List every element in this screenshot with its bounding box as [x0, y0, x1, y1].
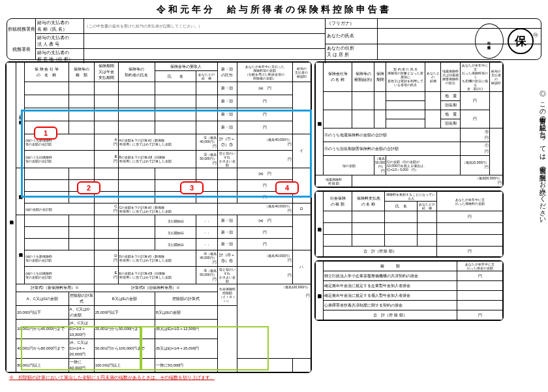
cell[interactable] — [118, 180, 155, 192]
shinkyu-cell[interactable]: 新・旧 — [217, 108, 237, 121]
cell[interactable] — [118, 215, 155, 227]
cell[interactable] — [94, 95, 118, 108]
confirm-cell[interactable] — [292, 82, 311, 134]
cell[interactable] — [68, 95, 94, 108]
cell[interactable] — [196, 95, 218, 108]
cell[interactable] — [374, 92, 386, 110]
cell[interactable] — [385, 211, 418, 223]
cell[interactable] — [437, 223, 503, 235]
cell[interactable] — [324, 110, 352, 128]
cell[interactable] — [68, 180, 94, 192]
j-type2[interactable]: 旧長期 — [441, 119, 461, 128]
cell[interactable] — [118, 95, 155, 108]
cell[interactable] — [418, 223, 437, 235]
seimei-total[interactable]: （最高120,000円）円 — [237, 284, 311, 359]
cell[interactable] — [385, 223, 418, 235]
cell[interactable] — [94, 192, 118, 204]
confirm-cell[interactable] — [292, 215, 311, 250]
shinkyu-cell[interactable]: 新・旧 — [217, 82, 237, 95]
cell[interactable] — [155, 82, 196, 95]
cell[interactable] — [196, 121, 218, 134]
cell[interactable] — [94, 227, 118, 239]
cell[interactable] — [457, 301, 503, 310]
cell[interactable] — [118, 121, 155, 134]
cell[interactable] — [324, 92, 352, 110]
cell[interactable] — [94, 168, 118, 180]
bb[interactable]: Ⓑ円 — [461, 128, 490, 142]
cell[interactable] — [25, 192, 68, 204]
cell[interactable]: （最高50,000円）円 — [374, 156, 386, 175]
kei1-val[interactable]: （最高40,000円）円 — [237, 134, 293, 151]
cell[interactable] — [94, 239, 118, 250]
cell[interactable] — [374, 110, 386, 128]
cell[interactable] — [386, 110, 425, 119]
j-type2[interactable]: 旧長期 — [441, 101, 461, 110]
cell[interactable] — [25, 108, 68, 121]
shinkyu-cell[interactable]: 新・旧 — [217, 227, 237, 239]
shinkyu-cell[interactable]: 新・旧 — [217, 239, 237, 250]
j-type1[interactable]: 地 震 — [441, 92, 461, 101]
cell[interactable] — [118, 168, 155, 180]
cell[interactable]: （最高15,000円）円 — [461, 156, 490, 175]
j-total[interactable]: （最高50,000円）円 — [352, 175, 503, 187]
cell[interactable] — [457, 291, 503, 301]
cell[interactable] — [68, 108, 94, 121]
cell[interactable] — [68, 227, 94, 239]
cell[interactable] — [155, 121, 196, 134]
cell[interactable] — [118, 192, 155, 204]
cell[interactable] — [352, 223, 385, 235]
payer-corpno-val[interactable] — [84, 34, 326, 48]
shinkyu-cell[interactable]: 新・旧 — [217, 121, 237, 134]
calc3-val[interactable]: （最高40,000円）円 — [217, 204, 292, 215]
cell[interactable] — [155, 192, 196, 204]
cell[interactable] — [352, 92, 374, 110]
cell[interactable] — [324, 223, 352, 235]
cc[interactable]: Ⓒ円 — [461, 142, 490, 156]
cell[interactable] — [68, 121, 94, 134]
cell[interactable] — [196, 192, 218, 204]
cell[interactable] — [324, 235, 352, 247]
cell[interactable] — [386, 101, 425, 110]
cell[interactable] — [68, 168, 94, 180]
cell[interactable] — [155, 168, 196, 180]
cell[interactable] — [94, 108, 118, 121]
confirm-cell[interactable] — [490, 92, 503, 128]
cell[interactable] — [118, 239, 155, 250]
cell[interactable] — [385, 235, 418, 247]
cell[interactable] — [94, 121, 118, 134]
cell[interactable] — [25, 95, 68, 108]
cell[interactable] — [25, 227, 68, 239]
cell[interactable] — [68, 192, 94, 204]
cell[interactable] — [118, 227, 155, 239]
cell[interactable] — [386, 92, 425, 101]
cell[interactable] — [25, 121, 68, 134]
cell[interactable] — [196, 82, 218, 95]
cell[interactable] — [94, 180, 118, 192]
cell[interactable] — [25, 82, 68, 95]
kei2-val[interactable]: 円 — [237, 151, 293, 168]
cell[interactable] — [68, 215, 94, 227]
cell[interactable] — [196, 180, 218, 192]
cell[interactable] — [25, 180, 68, 192]
cell[interactable] — [94, 215, 118, 227]
cell[interactable] — [25, 168, 68, 180]
cell[interactable] — [352, 211, 385, 223]
kei3-val[interactable]: （最高40,000円）円 — [237, 250, 293, 267]
cell[interactable] — [324, 211, 352, 223]
cell[interactable] — [352, 235, 385, 247]
cell[interactable] — [118, 108, 155, 121]
j-type1[interactable]: 地 震 — [441, 110, 461, 119]
cell[interactable] — [68, 239, 94, 250]
cell[interactable] — [155, 180, 196, 192]
cell[interactable] — [386, 119, 425, 128]
cell[interactable] — [457, 281, 503, 291]
kei4-val[interactable]: 円 — [237, 267, 293, 284]
shinkyu-cell[interactable]: 新・旧 — [217, 95, 237, 108]
cell[interactable] — [418, 235, 437, 247]
cell[interactable] — [418, 211, 437, 223]
confirm-cell[interactable] — [292, 168, 311, 204]
cell[interactable] — [94, 82, 118, 95]
cell[interactable] — [68, 82, 94, 95]
cell[interactable] — [425, 110, 441, 128]
cell[interactable] — [437, 235, 503, 247]
